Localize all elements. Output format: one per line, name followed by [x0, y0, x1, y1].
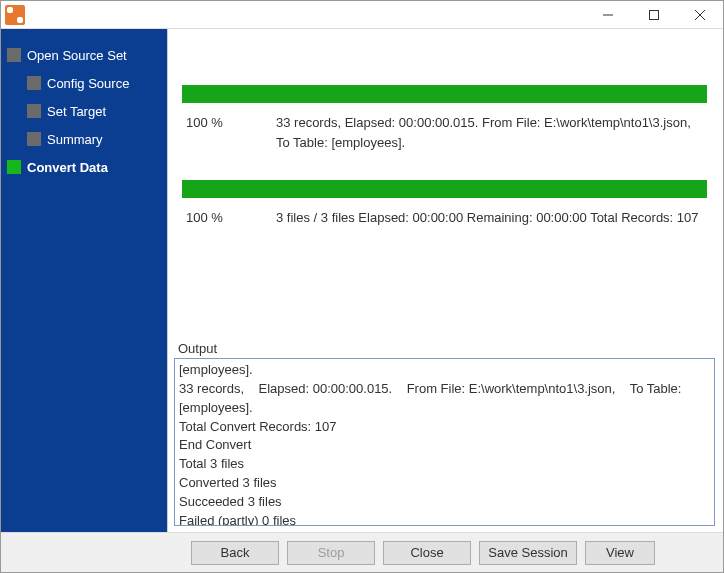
minimize-button[interactable]	[585, 1, 631, 29]
app-icon	[5, 5, 25, 25]
sidebar-item-convert-data[interactable]: Convert Data	[7, 155, 161, 179]
file-progress-text: 100 % 33 records, Elapsed: 00:00:00.015.…	[182, 109, 707, 152]
maximize-button[interactable]	[631, 1, 677, 29]
button-bar: Back Stop Close Save Session View	[1, 532, 723, 572]
stop-button: Stop	[287, 541, 375, 565]
titlebar	[1, 1, 723, 29]
step-marker-icon	[7, 48, 21, 62]
sidebar-item-label: Set Target	[47, 104, 106, 119]
file-progress-block: 100 % 33 records, Elapsed: 00:00:00.015.…	[182, 85, 707, 152]
file-progress-detail: 33 records, Elapsed: 00:00:00.015. From …	[276, 113, 707, 152]
total-progress-block: 100 % 3 files / 3 files Elapsed: 00:00:0…	[182, 180, 707, 228]
sidebar-nav: Open Source Set Config Source Set Target…	[1, 29, 167, 532]
titlebar-left	[1, 5, 31, 25]
close-button[interactable]: Close	[383, 541, 471, 565]
progress-section: 100 % 33 records, Elapsed: 00:00:00.015.…	[174, 35, 715, 228]
step-marker-icon	[27, 76, 41, 90]
back-button[interactable]: Back	[191, 541, 279, 565]
sidebar-item-label: Convert Data	[27, 160, 108, 175]
main-area: Open Source Set Config Source Set Target…	[1, 29, 723, 532]
close-window-button[interactable]	[677, 1, 723, 29]
output-textarea[interactable]: [employees]. 33 records, Elapsed: 00:00:…	[174, 358, 715, 526]
sidebar-item-open-source-set[interactable]: Open Source Set	[7, 43, 161, 67]
total-progress-detail: 3 files / 3 files Elapsed: 00:00:00 Rema…	[276, 208, 707, 228]
sidebar-item-label: Summary	[47, 132, 103, 147]
svg-rect-1	[650, 10, 659, 19]
step-marker-icon	[27, 132, 41, 146]
output-label: Output	[178, 341, 715, 356]
save-session-button[interactable]: Save Session	[479, 541, 577, 565]
sidebar-item-label: Config Source	[47, 76, 129, 91]
output-text-content: [employees]. 33 records, Elapsed: 00:00:…	[179, 362, 685, 526]
total-progress-bar	[182, 180, 707, 198]
sidebar-item-config-source[interactable]: Config Source	[7, 71, 161, 95]
file-progress-bar	[182, 85, 707, 103]
view-button[interactable]: View	[585, 541, 655, 565]
content-panel: 100 % 33 records, Elapsed: 00:00:00.015.…	[167, 29, 723, 532]
step-marker-active-icon	[7, 160, 21, 174]
sidebar-item-label: Open Source Set	[27, 48, 127, 63]
titlebar-controls	[585, 1, 723, 29]
total-progress-text: 100 % 3 files / 3 files Elapsed: 00:00:0…	[182, 204, 707, 228]
step-marker-icon	[27, 104, 41, 118]
total-progress-percent: 100 %	[186, 208, 276, 228]
file-progress-percent: 100 %	[186, 113, 276, 152]
sidebar-item-set-target[interactable]: Set Target	[7, 99, 161, 123]
sidebar-item-summary[interactable]: Summary	[7, 127, 161, 151]
